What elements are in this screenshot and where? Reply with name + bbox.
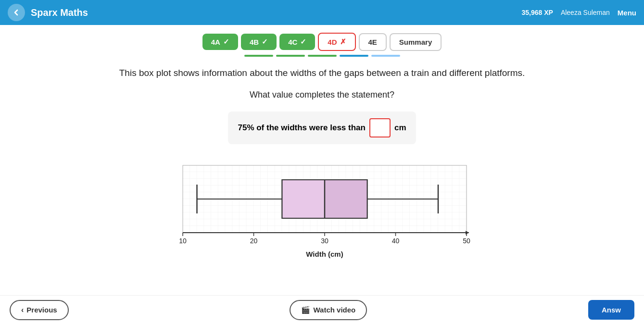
tab-4A[interactable]: 4A ✓ bbox=[202, 34, 238, 50]
tab-4D[interactable]: 4D ✗ bbox=[318, 33, 355, 51]
footer: ‹ Previous 🎬 Watch video Answ bbox=[0, 295, 644, 310]
tab-4B-icon: ✓ bbox=[262, 37, 268, 46]
tab-4C-label: 4C bbox=[288, 38, 297, 46]
answer-label: Answ bbox=[602, 306, 621, 310]
sub-question: What value completes the statement? bbox=[115, 90, 529, 100]
answer-button[interactable]: Answ bbox=[588, 300, 634, 310]
tab-4D-icon: ✗ bbox=[340, 37, 346, 46]
indicator-4C bbox=[308, 55, 337, 57]
statement-prefix: 75% of the widths were less than bbox=[238, 123, 365, 133]
video-camera-icon: 🎬 bbox=[301, 306, 310, 310]
label-30: 30 bbox=[321, 237, 328, 245]
previous-button[interactable]: ‹ Previous bbox=[10, 300, 69, 310]
app-title: Sparx Maths bbox=[31, 7, 88, 18]
indicator-4D bbox=[340, 55, 368, 57]
watch-video-label: Watch video bbox=[313, 306, 355, 310]
header: Sparx Maths 35,968 XP Aleeza Suleman Men… bbox=[0, 0, 644, 25]
indicator-4B bbox=[276, 55, 305, 57]
tab-4A-icon: ✓ bbox=[223, 37, 229, 46]
xp-display: 35,968 XP bbox=[521, 9, 553, 16]
x-axis-arrow bbox=[466, 231, 469, 235]
label-20: 20 bbox=[250, 237, 257, 245]
statement-suffix: cm bbox=[394, 123, 406, 133]
label-50: 50 bbox=[463, 237, 470, 245]
tab-4C[interactable]: 4C ✓ bbox=[279, 34, 315, 50]
tab-indicators bbox=[0, 55, 644, 57]
box-right-fill bbox=[325, 180, 367, 218]
label-40: 40 bbox=[391, 237, 399, 245]
x-axis-title: Width (cm) bbox=[306, 250, 343, 258]
statement-box: 75% of the widths were less than cm bbox=[228, 112, 416, 144]
indicator-4A bbox=[244, 55, 273, 57]
tab-bar: 4A ✓ 4B ✓ 4C ✓ 4D ✗ 4E Summary bbox=[0, 25, 644, 51]
tab-4A-label: 4A bbox=[211, 38, 220, 46]
tab-4C-icon: ✓ bbox=[300, 37, 306, 46]
indicator-4E bbox=[371, 55, 400, 57]
box-left-fill bbox=[282, 180, 325, 218]
back-button[interactable] bbox=[8, 4, 25, 21]
tab-summary-label: Summary bbox=[399, 38, 432, 46]
tab-4B-label: 4B bbox=[250, 38, 259, 46]
prev-chevron-icon: ‹ bbox=[21, 306, 24, 310]
label-10: 10 bbox=[179, 237, 187, 245]
header-right: 35,968 XP Aleeza Suleman Menu bbox=[521, 9, 636, 17]
box-plot-svg: 10 20 30 40 50 Width (cm) bbox=[159, 156, 486, 262]
user-display: Aleeza Suleman bbox=[561, 9, 610, 16]
tab-4D-label: 4D bbox=[328, 38, 337, 46]
chart-area: 10 20 30 40 50 Width (cm) bbox=[159, 156, 486, 262]
previous-label: Previous bbox=[26, 306, 57, 310]
watch-video-button[interactable]: 🎬 Watch video bbox=[290, 300, 367, 310]
tab-summary[interactable]: Summary bbox=[390, 33, 442, 51]
tab-4B[interactable]: 4B ✓ bbox=[241, 34, 277, 50]
chart-container: 10 20 30 40 50 Width (cm) bbox=[159, 156, 486, 262]
main-content: This box plot shows information about th… bbox=[106, 57, 539, 310]
tab-4E[interactable]: 4E bbox=[359, 33, 387, 51]
menu-button[interactable]: Menu bbox=[618, 9, 636, 17]
tab-4E-label: 4E bbox=[368, 38, 377, 46]
answer-input[interactable] bbox=[369, 118, 391, 137]
question-text: This box plot shows information about th… bbox=[115, 66, 529, 80]
